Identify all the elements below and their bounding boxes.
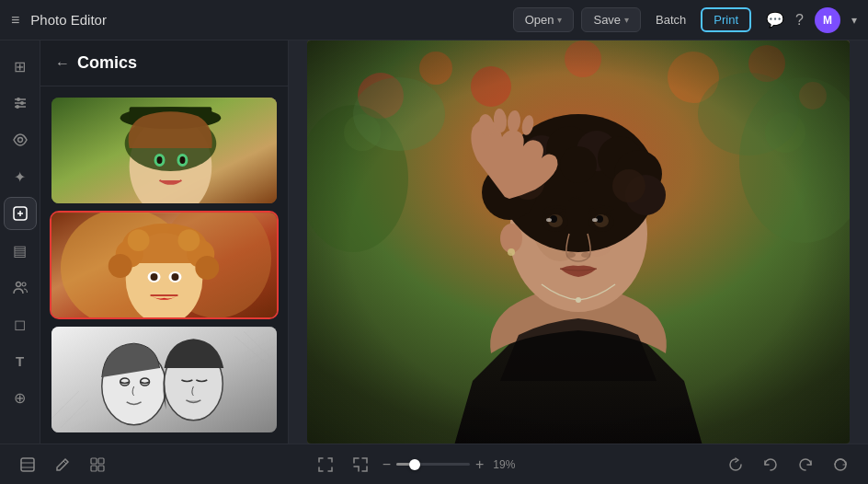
zoom-slider[interactable] [396,463,470,466]
batch-button[interactable]: Batch [648,8,693,31]
sidebar-item-frame[interactable]: ◻ [4,307,37,340]
effects-panel: ← Comics [40,40,289,444]
svg-rect-99 [98,466,104,471]
effects-list: Graphic Novel GFX Ai [40,86,288,444]
topbar: ≡ Photo Editor Open ▾ Save ▾ Batch Print… [0,0,868,40]
svg-point-26 [195,256,219,280]
zoom-control: − + [383,456,485,473]
svg-point-31 [151,273,158,281]
svg-point-5 [16,105,19,109]
svg-rect-91 [307,40,850,444]
edit-button[interactable] [50,452,75,478]
svg-point-24 [108,254,132,278]
effect-thumbnail-comic-noir [51,327,277,432]
open-caret: ▾ [557,15,562,25]
svg-point-1 [17,98,20,101]
back-button[interactable]: ← [55,55,70,72]
sidebar-item-layers[interactable]: ▤ [4,234,37,267]
svg-rect-92 [21,458,34,471]
svg-rect-98 [91,466,97,471]
bottom-left-tools [15,452,110,478]
fullscreen-button[interactable] [313,452,338,478]
sidebar-item-text[interactable]: T [4,344,37,377]
svg-line-95 [63,461,66,464]
sidebar-item-eye[interactable] [4,123,37,156]
main-layout: ⊞ ✦ ▤ [0,40,868,444]
svg-point-8 [16,282,20,287]
zoom-in-button[interactable]: + [475,456,484,473]
svg-point-9 [22,282,26,286]
menu-icon[interactable]: ≡ [11,12,19,29]
sidebar-item-home[interactable]: ⊞ [4,50,37,83]
effect-item-comic-noir[interactable]: Comic Noir GFX Ai [51,327,277,432]
avatar[interactable]: M [815,7,840,33]
sidebar-icons: ⊞ ✦ ▤ [0,40,40,444]
undo-button[interactable] [758,452,783,478]
sidebar-item-people[interactable] [4,271,37,304]
svg-point-27 [128,229,150,251]
svg-point-3 [20,101,24,105]
sidebar-item-sliders[interactable] [4,86,37,120]
help-icon[interactable]: ? [795,12,804,29]
canvas-area [289,40,868,444]
topbar-icon-group: 💬 ? M ▾ [766,7,857,33]
save-button[interactable]: Save ▾ [581,7,641,32]
svg-rect-96 [91,458,97,464]
save-caret: ▾ [624,15,629,25]
svg-rect-97 [98,458,104,464]
effect-item-graphic-novel[interactable]: Graphic Novel GFX Ai [51,98,277,203]
fit-button[interactable] [348,452,373,478]
svg-point-17 [157,156,163,164]
svg-point-18 [179,156,185,164]
chat-icon[interactable]: 💬 [766,11,784,29]
app-title: Photo Editor [30,12,107,28]
chevron-down-icon[interactable]: ▾ [851,14,857,27]
redo-button[interactable] [793,452,818,478]
main-canvas-image [307,40,850,444]
sidebar-item-stamp[interactable]: ⊕ [4,381,37,414]
print-button[interactable]: Print [701,7,751,32]
panel-title: Comics [77,53,137,73]
open-button[interactable]: Open ▾ [513,7,575,32]
bottom-right-tools [723,452,853,478]
zoom-label: 19% [493,458,520,471]
history-button[interactable] [828,452,853,478]
panel-header: ← Comics [40,40,288,86]
svg-point-6 [17,138,22,143]
effect-thumbnail-graphic-novel [51,98,277,203]
effect-thumbnail-vintage-comic [51,213,277,318]
zoom-out-button[interactable]: − [383,456,391,473]
svg-point-32 [171,273,178,281]
grid-button[interactable] [85,452,110,478]
bottom-toolbar: − + 19% [0,444,868,484]
sidebar-item-effects[interactable] [4,197,37,230]
sidebar-item-magic[interactable]: ✦ [4,160,37,193]
effect-item-vintage-comic[interactable]: Vintage Comic GFX Ai [51,213,277,318]
rotate-button[interactable] [723,452,748,478]
bottom-center-tools: − + 19% [313,452,521,478]
layers-button[interactable] [15,452,40,478]
svg-point-28 [177,229,200,251]
